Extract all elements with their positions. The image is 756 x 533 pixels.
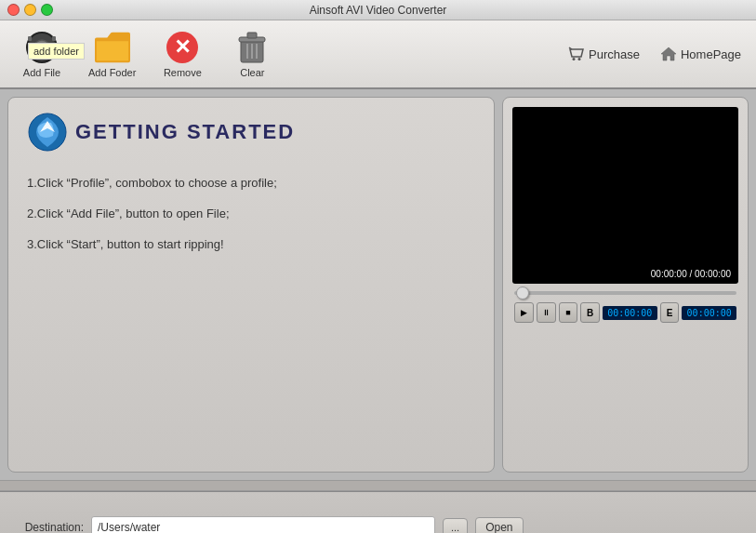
title-bar: Ainsoft AVI Video Converter <box>0 0 756 20</box>
seek-slider[interactable] <box>514 291 736 295</box>
e-label: E <box>667 308 673 318</box>
svg-rect-11 <box>247 33 257 38</box>
video-time-display: 00:00:00 / 00:00:00 <box>647 268 735 280</box>
seek-handle[interactable] <box>516 286 529 300</box>
pause-button[interactable]: ⏸ <box>537 302 556 323</box>
remove-button[interactable]: ✕ Remove <box>150 26 215 82</box>
add-file-label: Add File <box>23 67 60 78</box>
clear-label: Clear <box>240 67 264 78</box>
getting-started-header: GETTING STARTED <box>27 112 475 153</box>
minimize-button[interactable] <box>24 4 36 16</box>
playback-controls: ▶ ⏸ ■ B 00:00:00 E 00:00:00 <box>512 302 738 323</box>
stop-button[interactable]: ■ <box>559 302 578 323</box>
play-icon: ▶ <box>521 308 527 317</box>
add-folder-tooltip: add folder <box>28 43 85 60</box>
window-title: Ainsoft AVI Video Converter <box>310 4 447 17</box>
homepage-label: HomePage <box>681 47 741 61</box>
b-button[interactable]: B <box>580 302 600 323</box>
window-controls <box>7 4 53 16</box>
play-button[interactable]: ▶ <box>514 302 534 323</box>
purchase-icon <box>568 46 585 62</box>
purchase-button[interactable]: Purchase <box>563 42 645 66</box>
remove-label: Remove <box>164 67 202 78</box>
main-area: GETTING STARTED 1.Click “Profile”, combo… <box>0 89 756 480</box>
seek-bar-container <box>512 291 738 295</box>
svg-point-15 <box>573 58 576 60</box>
start-time-input[interactable]: 00:00:00 <box>603 306 657 320</box>
maximize-button[interactable] <box>41 4 53 16</box>
toolbar: add folder Add File <box>0 20 756 89</box>
destination-label: Destination: <box>14 521 84 533</box>
destination-input[interactable] <box>91 516 435 533</box>
svg-point-16 <box>578 58 581 60</box>
add-folder-icon <box>95 30 130 65</box>
instruction-step3: 3.Click “Start”, button to start ripping… <box>27 237 475 251</box>
clear-button[interactable]: Clear <box>219 26 285 82</box>
add-folder-button[interactable]: Add Foder <box>79 26 145 82</box>
x-circle-icon: ✕ <box>166 32 198 63</box>
svg-rect-3 <box>28 36 32 41</box>
pause-icon: ⏸ <box>542 308 550 317</box>
add-folder-label: Add Foder <box>88 67 136 78</box>
clear-icon <box>234 30 270 65</box>
remove-icon: ✕ <box>165 30 200 65</box>
end-time-input[interactable]: 00:00:00 <box>682 306 736 320</box>
scroll-area[interactable] <box>0 480 756 491</box>
purchase-label: Purchase <box>589 47 640 61</box>
video-preview: 00:00:00 / 00:00:00 <box>512 107 738 284</box>
getting-started-title: GETTING STARTED <box>75 120 295 144</box>
getting-started-panel: GETTING STARTED 1.Click “Profile”, combo… <box>7 97 495 473</box>
destination-row: Destination: ... Open <box>14 516 742 533</box>
browse-button[interactable]: ... <box>443 518 468 533</box>
instruction-step1: 1.Click “Profile”, combobox to choose a … <box>27 176 475 190</box>
e-button[interactable]: E <box>660 302 680 323</box>
toolbar-right: Purchase HomePage <box>563 42 747 66</box>
video-preview-panel: 00:00:00 / 00:00:00 ▶ ⏸ ■ B 00:00:00 <box>502 97 749 473</box>
bottom-bar: Destination: ... Open Profile: MP4-MPEG-… <box>0 491 756 533</box>
app-logo <box>27 112 68 153</box>
homepage-button[interactable]: HomePage <box>655 42 747 66</box>
stop-icon: ■ <box>565 308 570 317</box>
home-icon <box>660 46 677 62</box>
open-button[interactable]: Open <box>475 517 523 533</box>
instruction-step2: 2.Click “Add File”, button to open File; <box>27 207 475 220</box>
close-button[interactable] <box>7 4 20 16</box>
svg-rect-6 <box>52 36 56 41</box>
instructions: 1.Click “Profile”, combobox to choose a … <box>27 167 475 260</box>
b-label: B <box>587 308 593 318</box>
